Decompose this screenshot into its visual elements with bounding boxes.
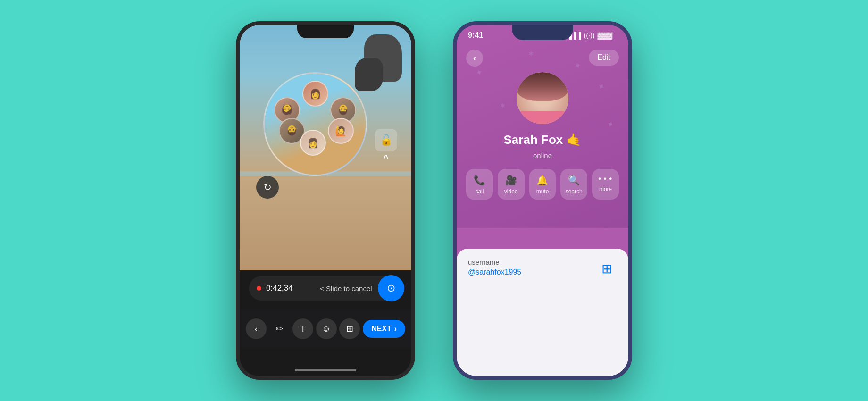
lock-icon: 🔓 bbox=[375, 129, 397, 151]
sticker-icon: ☺ bbox=[322, 324, 331, 334]
face-1: 👩 bbox=[302, 81, 328, 107]
back-chevron-icon: ‹ bbox=[473, 53, 476, 63]
draw-icon: ✏ bbox=[276, 324, 283, 334]
username-label: username bbox=[468, 258, 521, 266]
text-toolbar-button[interactable]: T bbox=[292, 318, 313, 339]
mute-icon: 🔔 bbox=[536, 175, 548, 186]
call-icon: 📞 bbox=[474, 175, 485, 186]
video-label: video bbox=[504, 188, 518, 195]
more-icon: ••• bbox=[597, 175, 614, 184]
back-toolbar-button[interactable]: ‹ bbox=[246, 318, 267, 339]
lock-area[interactable]: 🔓 ^ bbox=[375, 129, 397, 163]
username-row: username @sarahfox1995 ⊞ bbox=[468, 258, 617, 279]
next-label: NEXT bbox=[371, 325, 392, 333]
recording-bar: 0:42,34 < Slide to cancel ⊙ bbox=[249, 276, 402, 301]
more-label: more bbox=[599, 186, 612, 192]
qr-icon-symbol: ⊞ bbox=[601, 261, 612, 276]
sticker-toolbar-button[interactable]: ☺ bbox=[316, 318, 337, 339]
refresh-button[interactable]: ↻ bbox=[256, 176, 279, 199]
transform-toolbar-button[interactable]: ⊞ bbox=[339, 318, 360, 339]
scene: 👩 🧑 👨 👨 👩 🙋 ↻ 🔓 ^ bbox=[0, 0, 868, 401]
username-info: username @sarahfox1995 bbox=[468, 258, 521, 276]
deco-butterfly-2: ✦ bbox=[596, 81, 607, 93]
call-button[interactable]: 📞 call bbox=[466, 169, 493, 200]
group-photo-circle: 👩 🧑 👨 👨 👩 🙋 bbox=[263, 72, 367, 176]
avatar-shirt bbox=[517, 111, 568, 125]
chevron-up-icon: ^ bbox=[384, 153, 389, 163]
deco-butterfly-5: ✦ bbox=[606, 118, 616, 131]
username-value: @sarahfox1995 bbox=[468, 268, 521, 276]
profile-status: online bbox=[457, 151, 628, 159]
deco-butterfly-3: ✶ bbox=[498, 100, 507, 111]
edit-button[interactable]: Edit bbox=[589, 50, 619, 66]
search-icon: 🔍 bbox=[568, 175, 580, 186]
deco-butterfly-4: ✦ bbox=[573, 59, 582, 71]
text-icon: T bbox=[300, 324, 306, 334]
wifi-icon: ((·)) bbox=[584, 32, 595, 39]
action-buttons-row: 📞 call 🎥 video 🔔 mute 🔍 search bbox=[466, 169, 619, 200]
battery-icon: ▓▓▓▏ bbox=[597, 32, 617, 39]
refresh-icon: ↻ bbox=[264, 182, 272, 193]
left-phone-notch bbox=[297, 25, 354, 38]
face-5: 👩 bbox=[300, 130, 326, 156]
face-6: 🙋 bbox=[328, 118, 354, 144]
right-phone: 9:41 ▐▐▐ ((·)) ▓▓▓▏ ✦ ✦ ✶ ✦ ✦ ✶ ‹ bbox=[453, 21, 632, 380]
avatar-image bbox=[517, 72, 568, 124]
mute-button[interactable]: 🔔 mute bbox=[529, 169, 556, 200]
status-time: 9:41 bbox=[468, 31, 483, 40]
search-label: search bbox=[566, 188, 583, 195]
mute-label: mute bbox=[536, 188, 549, 195]
bottom-toolbar: ‹ ✏ T ☺ ⊞ NEXT › bbox=[240, 310, 411, 348]
profile-header: ✦ ✦ ✶ ✦ ✦ ✶ ‹ Edit bbox=[457, 25, 628, 228]
home-indicator bbox=[295, 369, 356, 371]
edit-label: Edit bbox=[597, 53, 610, 61]
qr-code-button[interactable]: ⊞ bbox=[596, 258, 617, 279]
next-button[interactable]: NEXT › bbox=[363, 320, 405, 338]
recording-time: 0:42,34 bbox=[266, 284, 293, 293]
camera-icon: ⊙ bbox=[387, 282, 395, 294]
status-icons: ▐▐▐ ((·)) ▓▓▓▏ bbox=[567, 32, 617, 39]
draw-toolbar-button[interactable]: ✏ bbox=[269, 318, 290, 339]
transform-icon: ⊞ bbox=[346, 324, 353, 334]
video-icon: 🎥 bbox=[505, 175, 517, 186]
left-phone-screen: 👩 🧑 👨 👨 👩 🙋 ↻ 🔓 ^ bbox=[240, 25, 411, 376]
call-label: call bbox=[475, 188, 484, 195]
left-phone: 👩 🧑 👨 👨 👩 🙋 ↻ 🔓 ^ bbox=[236, 21, 415, 380]
camera-record-button[interactable]: ⊙ bbox=[378, 275, 404, 301]
video-button[interactable]: 🎥 video bbox=[498, 169, 525, 200]
back-button[interactable]: ‹ bbox=[466, 50, 483, 67]
group-faces: 👩 🧑 👨 👨 👩 🙋 bbox=[265, 74, 366, 175]
deco-butterfly-6: ✶ bbox=[527, 49, 534, 59]
right-phone-screen: 9:41 ▐▐▐ ((·)) ▓▓▓▏ ✦ ✦ ✶ ✦ ✦ ✶ ‹ bbox=[457, 25, 628, 376]
more-button[interactable]: ••• more bbox=[592, 169, 619, 200]
search-button[interactable]: 🔍 search bbox=[560, 169, 587, 200]
profile-name: Sarah Fox 🤙 bbox=[457, 133, 628, 147]
deco-butterfly-1: ✦ bbox=[474, 67, 484, 79]
recording-dot bbox=[257, 286, 261, 291]
info-card: username @sarahfox1995 ⊞ bbox=[457, 249, 628, 376]
avatar bbox=[517, 72, 568, 124]
group-photo-inner: 👩 🧑 👨 👨 👩 🙋 bbox=[265, 74, 366, 175]
right-phone-notch bbox=[512, 25, 573, 40]
next-arrow-icon: › bbox=[394, 325, 397, 333]
back-icon: ‹ bbox=[255, 324, 258, 334]
